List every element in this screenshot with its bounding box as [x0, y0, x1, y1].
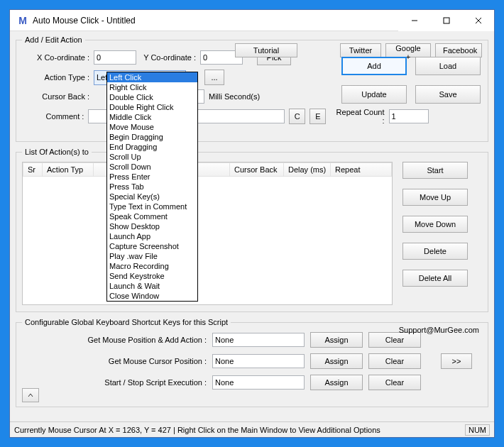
- dropdown-option[interactable]: Right Click: [107, 82, 197, 92]
- dropdown-option[interactable]: Special Key(s): [107, 192, 197, 202]
- action-type-label: Action Type :: [22, 73, 89, 82]
- x-coord-input[interactable]: [94, 50, 136, 65]
- col-actiontype[interactable]: Action Typ: [43, 162, 94, 177]
- add-edit-action-group: Add / Edit Action Tutorial Twitter Googl…: [16, 35, 488, 142]
- action-list-group: List Of Action(s) to Sr Action Typ Curso…: [16, 148, 488, 312]
- dropdown-option[interactable]: Scroll Up: [107, 152, 197, 162]
- listview-header: Sr Action Typ Cursor Back Delay (ms) Rep…: [23, 162, 392, 177]
- shortcut-label: Get Mouse Cursor Position :: [22, 357, 207, 365]
- dropdown-option[interactable]: Speak Comment: [107, 211, 197, 221]
- comment-label: Comment :: [22, 112, 84, 121]
- top-links: Tutorial Twitter Google + Facebook: [235, 43, 482, 57]
- caret-up-button[interactable]: [22, 388, 39, 402]
- dropdown-option[interactable]: Launch App: [107, 231, 197, 241]
- shortcut-row: Start / Stop Script Execution :AssignCle…: [22, 375, 482, 390]
- chevron-up-icon: [28, 392, 33, 398]
- action-type-more-button[interactable]: ...: [204, 70, 224, 85]
- c-button[interactable]: C: [289, 109, 305, 124]
- delete-button[interactable]: Delete: [402, 243, 468, 260]
- dropdown-option[interactable]: Show Desktop: [107, 221, 197, 231]
- minimize-button[interactable]: [398, 10, 430, 31]
- dropdown-option[interactable]: Middle Click: [107, 112, 197, 122]
- dropdown-option[interactable]: Begin Dragging: [107, 132, 197, 142]
- close-button[interactable]: [462, 10, 494, 31]
- clear-button[interactable]: Clear: [368, 332, 421, 348]
- shortcut-group: Configurable Global Keyboard Shortcut Ke…: [16, 318, 488, 407]
- shortcut-row: Get Mouse Position & Add Action :AssignC…: [22, 332, 482, 348]
- save-button[interactable]: Save: [415, 85, 481, 104]
- shortcut-input[interactable]: [212, 354, 305, 368]
- group-legend: List Of Action(s) to: [22, 148, 92, 156]
- e-button[interactable]: E: [309, 109, 326, 124]
- shortcut-row: Get Mouse Cursor Position :AssignClear>>: [22, 353, 482, 369]
- google-plus-button[interactable]: Google +: [385, 43, 431, 57]
- update-button[interactable]: Update: [341, 85, 407, 104]
- tutorial-button[interactable]: Tutorial: [235, 43, 297, 57]
- col-repeat[interactable]: Repeat: [331, 162, 392, 177]
- clear-button[interactable]: Clear: [368, 375, 421, 390]
- delay-unit-label: Milli Second(s): [209, 92, 260, 101]
- status-bar: Currently Mouse Cursor At X = 1263, Y = …: [10, 421, 494, 437]
- list-side-buttons: Start Move Up Move Down Delete Delete Al…: [402, 162, 468, 305]
- cursor-back-label: Cursor Back :: [22, 92, 89, 101]
- repeat-count-label: Repeat Count :: [336, 108, 384, 125]
- x-coord-label: X Co-ordinate :: [22, 53, 89, 62]
- action-type-dropdown[interactable]: Left ClickRight ClickDouble ClickDouble …: [106, 72, 198, 302]
- main-buttons: Add Load Update Save: [341, 57, 481, 104]
- dropdown-option[interactable]: Double Right Click: [107, 102, 197, 112]
- numlock-indicator: NUM: [465, 424, 490, 436]
- support-link[interactable]: Support@MurGee.com: [399, 326, 479, 334]
- status-text: Currently Mouse Cursor At X = 1263, Y = …: [14, 426, 380, 434]
- dropdown-option[interactable]: Play .wav File: [107, 251, 197, 261]
- dropdown-option[interactable]: Type Text in Comment: [107, 202, 197, 211]
- shortcut-label: Get Mouse Position & Add Action :: [22, 336, 207, 344]
- dropdown-option[interactable]: Double Click: [107, 92, 197, 102]
- col-cursorback[interactable]: Cursor Back: [230, 162, 284, 177]
- twitter-button[interactable]: Twitter: [340, 43, 381, 57]
- shortcut-label: Start / Stop Script Execution :: [22, 378, 207, 387]
- col-delay[interactable]: Delay (ms): [284, 162, 331, 177]
- assign-button[interactable]: Assign: [310, 332, 363, 348]
- more-button[interactable]: >>: [441, 353, 472, 369]
- group-legend: Configurable Global Keyboard Shortcut Ke…: [22, 318, 231, 326]
- dropdown-option[interactable]: Press Tab: [107, 182, 197, 192]
- client-area: Add / Edit Action Tutorial Twitter Googl…: [10, 31, 494, 421]
- shortcut-input[interactable]: [212, 375, 305, 390]
- start-button[interactable]: Start: [402, 162, 468, 179]
- load-button[interactable]: Load: [415, 57, 481, 75]
- dropdown-option[interactable]: Macro Recording: [107, 261, 197, 271]
- assign-button[interactable]: Assign: [310, 353, 363, 369]
- dropdown-option[interactable]: Press Enter: [107, 172, 197, 182]
- action-listview[interactable]: Sr Action Typ Cursor Back Delay (ms) Rep…: [22, 162, 393, 305]
- titlebar[interactable]: M Auto Mouse Click - Untitled: [10, 10, 494, 31]
- dropdown-option[interactable]: Send Keystroke: [107, 271, 197, 281]
- app-window: M Auto Mouse Click - Untitled Add / Edit…: [9, 9, 495, 438]
- dropdown-option[interactable]: Left Click: [107, 72, 197, 82]
- group-legend: Add / Edit Action: [22, 35, 85, 44]
- app-icon: M: [16, 13, 30, 28]
- dropdown-option[interactable]: Launch & Wait: [107, 281, 197, 291]
- move-up-button[interactable]: Move Up: [402, 189, 468, 206]
- facebook-button[interactable]: Facebook: [435, 43, 482, 57]
- y-coord-label: Y Co-ordinate :: [141, 53, 196, 62]
- dropdown-option[interactable]: Move Mouse: [107, 122, 197, 132]
- window-title: Auto Mouse Click - Untitled: [33, 16, 136, 26]
- dropdown-option[interactable]: Close Window: [107, 291, 197, 301]
- maximize-button[interactable]: [430, 10, 462, 31]
- move-down-button[interactable]: Move Down: [402, 216, 468, 233]
- delete-all-button[interactable]: Delete All: [402, 270, 468, 287]
- dropdown-option[interactable]: Scroll Down: [107, 162, 197, 172]
- svg-rect-1: [444, 18, 449, 23]
- add-button[interactable]: Add: [341, 57, 407, 75]
- repeat-count-input[interactable]: [389, 109, 429, 123]
- col-sr[interactable]: Sr: [23, 162, 43, 177]
- dropdown-option[interactable]: Capture Screenshot: [107, 241, 197, 251]
- shortcut-input[interactable]: [212, 333, 305, 347]
- clear-button[interactable]: Clear: [368, 353, 421, 369]
- assign-button[interactable]: Assign: [310, 375, 363, 390]
- dropdown-option[interactable]: End Dragging: [107, 142, 197, 152]
